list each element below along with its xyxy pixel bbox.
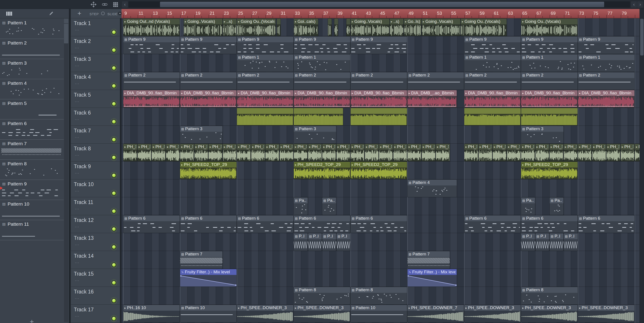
- grid-tool-icon[interactable]: [112, 2, 118, 8]
- track-header-track-1[interactable]: Track 1⋯: [71, 18, 120, 36]
- track-mute-led[interactable]: [112, 298, 116, 303]
- playlist-clip[interactable]: ▤Pattern 2: [123, 72, 180, 90]
- track-header-track-8[interactable]: Track 8⋯: [71, 144, 120, 162]
- track-header-track-4[interactable]: Track 4⋯: [71, 72, 120, 90]
- playlist-clip[interactable]: ▤Pattern 6: [123, 216, 180, 233]
- playlist-clip[interactable]: ▸PH_S.._45: [194, 144, 208, 161]
- track-options-dots[interactable]: ⋯: [75, 81, 79, 86]
- playlist-clip[interactable]: ▸PH_S.._45: [507, 144, 521, 161]
- playlist-clip[interactable]: ▤Pattern 10: [180, 305, 236, 322]
- playlist-clip[interactable]: ▸PH_S.._45: [351, 144, 364, 161]
- track-mute-led[interactable]: [112, 137, 116, 142]
- playlist-clip[interactable]: ▸DIA_DMB_90..fiao_Bbmin: [180, 90, 236, 108]
- playlist-clip[interactable]: ▤Pattern 8: [294, 287, 350, 304]
- playlist-clip[interactable]: ▤Pattern 6: [294, 216, 350, 233]
- playlist-clip[interactable]: [521, 108, 578, 126]
- playlist-clip[interactable]: ▸Go..ls): [404, 18, 421, 36]
- pattern-list-item[interactable]: ▤Pattern 9: [0, 180, 64, 200]
- playlist-clip[interactable]: ▸PH_SPEE..DOWNER_3: [521, 305, 578, 322]
- track-options-dots[interactable]: ⋯: [75, 206, 79, 212]
- playlist-clip[interactable]: ▤Pattern 2: [294, 72, 350, 90]
- playlist-clip[interactable]: ▸PH_S.._45: [606, 144, 620, 161]
- track-mute-led[interactable]: [112, 316, 116, 321]
- hscroll-track[interactable]: [128, 1, 630, 8]
- playlist-clip[interactable]: ▸PH_SPEE..DOWNER_3: [464, 305, 521, 322]
- playlist-clip[interactable]: ▤Pattern 9: [578, 36, 634, 54]
- playlist-clip[interactable]: ▸Goi..cals): [294, 18, 318, 36]
- pattern-list-item[interactable]: ▤Pattern 6: [0, 120, 64, 140]
- playlist-grid[interactable]: ▸Going Out..nd (Vocals)▸Going..Vocals)▸.…: [122, 18, 640, 323]
- pattern-list-scrollbar[interactable]: [64, 19, 68, 322]
- pattern-list-scroll-button[interactable]: [64, 19, 68, 23]
- playlist-clip[interactable]: ▸PH_S.._45: [464, 144, 478, 161]
- playlist-clip[interactable]: ▤P..l: [322, 233, 336, 251]
- pattern-list-item[interactable]: ▤Pattern 11: [0, 220, 64, 240]
- move-tool-icon[interactable]: [91, 2, 96, 8]
- hscroll-left-button-2[interactable]: ‹: [631, 1, 637, 8]
- playlist-clip[interactable]: ▸Going..Vocals): [422, 18, 460, 36]
- track-mute-led[interactable]: [112, 262, 116, 267]
- track-mute-led[interactable]: [112, 30, 116, 35]
- track-options-dots[interactable]: ⋯: [75, 314, 79, 319]
- playlist-clip[interactable]: ▤Pattern 6: [180, 216, 236, 233]
- hscroll-right-button[interactable]: ›: [637, 1, 643, 8]
- playlist-clip[interactable]: ▸PH_S.._45: [493, 144, 506, 161]
- track-mute-led[interactable]: [112, 84, 116, 88]
- link-tool-icon[interactable]: [102, 2, 108, 8]
- playlist-clip[interactable]: ▸PH_S.._45: [336, 144, 350, 161]
- playlist-clip[interactable]: [334, 18, 338, 36]
- playlist-clip[interactable]: ▸Going..Vocals): [184, 18, 222, 36]
- track-header-track-16[interactable]: Track 16⋯: [71, 287, 120, 305]
- playlist-clip[interactable]: ▤Pattern 6: [578, 216, 634, 233]
- playlist-clip[interactable]: ▸DIA_DMB_90..fiao_Bbmin: [123, 90, 180, 108]
- playlist-clip[interactable]: [328, 18, 332, 36]
- playlist-clip[interactable]: ▸PH_S.._45: [251, 144, 265, 161]
- pattern-list-scroll-thumb[interactable]: [64, 24, 68, 44]
- track-header-track-5[interactable]: Track 5⋯: [71, 90, 120, 108]
- track-mute-led[interactable]: [112, 101, 116, 106]
- track-options-dots[interactable]: ⋯: [75, 170, 79, 176]
- track-mute-led[interactable]: [112, 119, 116, 124]
- playlist-clip[interactable]: ▤Pattern 2: [578, 72, 634, 90]
- track-options-dots[interactable]: ⋯: [75, 152, 79, 158]
- playlist-clip[interactable]: ▤Pattern 6: [521, 216, 578, 233]
- playlist-clip[interactable]: ▸PH_S.._45: [521, 144, 535, 161]
- playlist-clip[interactable]: ▤Pattern 3: [180, 126, 222, 144]
- pattern-bars-icon[interactable]: [6, 11, 12, 18]
- playlist-clip[interactable]: ▤Pattern 9: [294, 36, 350, 54]
- playlist-clip[interactable]: ▸PH_S.._45: [123, 144, 137, 161]
- playlist-clip[interactable]: ▤Pattern 3: [521, 126, 564, 144]
- playlist-clip[interactable]: ▸PH_S.._45: [408, 144, 421, 161]
- track-header-track-6[interactable]: Track 6⋯: [71, 108, 120, 126]
- playlist-clip[interactable]: ▤Pattern 9: [464, 36, 521, 54]
- playlist-clip[interactable]: ▤Pa..n 5: [294, 198, 308, 215]
- add-pattern-button[interactable]: +: [26, 318, 37, 323]
- playlist-clip[interactable]: ▸DIA_DMB_90..fiao_Bbmin: [294, 90, 350, 108]
- track-mute-led[interactable]: [112, 155, 116, 160]
- playlist-clip[interactable]: ▸..s): [390, 18, 404, 36]
- playlist-clip[interactable]: ▸PH_S.._45: [550, 144, 564, 161]
- playlist-clip[interactable]: ▸Going Ou..(Vocals): [237, 18, 276, 36]
- track-mute-led[interactable]: [112, 244, 116, 250]
- playlist-clip[interactable]: ▸PH_S.._45: [266, 144, 279, 161]
- playlist-clip[interactable]: ▤Pattern 1: [237, 54, 293, 72]
- playlist-clip[interactable]: ▸DIA_DMB_90..fiao_Bbmin: [237, 90, 293, 108]
- playlist-clip[interactable]: ▸PH_S.._45: [621, 144, 634, 161]
- playlist-clip[interactable]: ▤Pattern 6: [464, 216, 521, 233]
- edit-pencil-icon[interactable]: [49, 11, 54, 17]
- playlist-clip[interactable]: ▸PH_S.._45: [422, 144, 436, 161]
- slide-toggle[interactable]: [118, 12, 122, 15]
- playlist-clip[interactable]: ▤Pattern 2: [180, 72, 236, 90]
- track-options-dots[interactable]: ⋯: [75, 242, 79, 248]
- hscroll-thumb[interactable]: [160, 2, 604, 7]
- playlist-clip[interactable]: ▤P..l: [308, 233, 322, 251]
- playlist-clip[interactable]: ▸PH_S.._45: [578, 144, 592, 161]
- pattern-list-item[interactable]: ▤Pattern 1: [0, 19, 64, 39]
- playlist-clip[interactable]: ▸PH..16 10: [123, 305, 180, 322]
- pattern-list-item[interactable]: ▤Pattern 3: [0, 59, 64, 79]
- playlist-clip[interactable]: ▤Pattern 2: [464, 72, 521, 90]
- track-options-dots[interactable]: ⋯: [75, 188, 79, 194]
- vertical-scroll-thumb[interactable]: [640, 19, 644, 56]
- playlist-clip[interactable]: ▤P..l: [521, 233, 535, 251]
- playlist-clip[interactable]: ▸PH_S.._45: [365, 144, 379, 161]
